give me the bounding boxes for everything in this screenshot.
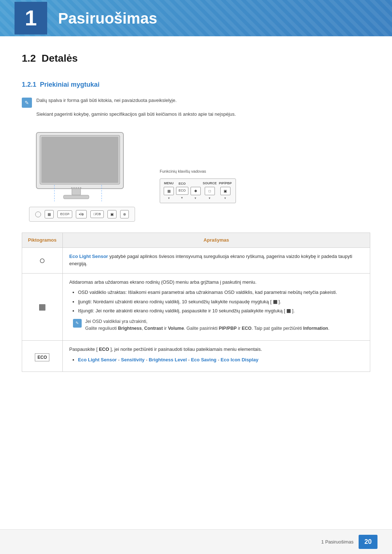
osd-bullet-2: Įjungti: Norėdami užrakinti ekrano rodin… xyxy=(78,298,363,305)
note-text-2: Siekiant pagerinti kokybę, gaminio speci… xyxy=(36,111,236,118)
note-row-1: Dalių spalva ir forma gali būti kitokia,… xyxy=(22,97,370,108)
svg-point-7 xyxy=(75,187,77,189)
fb-power-btn[interactable]: ⊕ xyxy=(120,210,129,218)
fk-menu: MENU ▦ ▾ xyxy=(164,181,174,201)
table-row-eco-sensor: ○ Eco Light Sensor ypatybė pagal aplinko… xyxy=(22,247,370,273)
fk-icon3: ✱ ▾ xyxy=(191,181,201,201)
eco-bullet-list: Eco Light Sensor - Sensitivity - Brightn… xyxy=(78,356,363,364)
table-header-desc: Aprašymas xyxy=(62,233,370,248)
eco-saving-item: Eco Saving xyxy=(191,357,216,362)
chapter-header: 1 Pasiruošimas xyxy=(0,0,392,36)
icon-cell-menu: ▦ xyxy=(22,273,63,341)
section-heading: 1.2 Detalės xyxy=(22,51,370,69)
osd-bullet-3: Išjungti: Jei norite atrakinti ekrano ro… xyxy=(78,307,363,315)
svg-rect-2 xyxy=(41,137,118,183)
eco-light-sensor-desc: ypatybė pagal aplinkos šviesos intensyvu… xyxy=(69,254,352,267)
func-keys-area: Funkcinių klavišų vadovas MENU ▦ ▾ ECO E… xyxy=(160,168,236,204)
page-number: 20 xyxy=(359,535,377,549)
fk-pip-pbp: PIP/PBP ▣ ▾ xyxy=(219,181,232,201)
fk-eco: ECO ECO ▾ xyxy=(176,181,188,201)
inner-note-osd: Jei OSD valdikliai yra užrakinti, Galite… xyxy=(69,318,363,332)
svg-point-6 xyxy=(73,187,75,189)
svg-rect-4 xyxy=(64,195,89,199)
note-icon-1 xyxy=(22,98,32,108)
osd-bullet-1: OSD valdiklio užraktas: Išlaikomi esami … xyxy=(78,289,363,296)
eco-light-sensor-label: Eco Light Sensor xyxy=(69,254,108,259)
func-keys-row: MENU ▦ ▾ ECO ECO ▾ ✱ ▾ SOUR xyxy=(160,178,236,203)
desc-cell-eco-sensor: Eco Light Sensor ypatybė pagal aplinkos … xyxy=(62,247,370,273)
osd-bullet-list: OSD valdiklio užraktas: Išlaikomi esami … xyxy=(78,289,363,315)
eco-intro: Paspauskite [ ECO ], jei norite peržiūrė… xyxy=(69,346,363,353)
svg-point-5 xyxy=(71,187,73,189)
svg-point-9 xyxy=(80,187,81,189)
monitor-illustration xyxy=(29,129,145,204)
icon-cell-circle: ○ xyxy=(22,247,63,273)
func-keys-label: Funkcinių klavišų vadovas xyxy=(160,168,206,175)
chapter-title: Pasiruošimas xyxy=(58,7,157,30)
sensitivity-item: Sensitivity xyxy=(121,357,144,362)
inner-note-icon xyxy=(73,319,82,328)
desc-cell-osd: Atidaromas arba uždaromas ekrano rodinių… xyxy=(62,273,370,341)
table-row-eco-btn: ECO Paspauskite [ ECO ], jei norite perž… xyxy=(22,341,370,372)
inner-note-text: Jei OSD valdikliai yra užrakinti, Galite… xyxy=(85,318,330,332)
fb-pip-btn[interactable]: ▣ xyxy=(107,210,117,218)
fb-adjust-btn[interactable]: •/⊕ xyxy=(76,210,87,218)
monitor-area: Funkcinių klavišų vadovas MENU ▦ ▾ ECO E… xyxy=(22,129,370,204)
chapter-number: 1 xyxy=(15,2,47,34)
features-table: Piktogramos Aprašymas ○ Eco Light Sensor… xyxy=(22,233,370,372)
note-row-2: Siekiant pagerinti kokybę, gaminio speci… xyxy=(36,111,370,118)
eco-items: Eco Light Sensor - Sensitivity - Brightn… xyxy=(78,356,363,364)
osd-intro: Atidaromas arba uždaromas ekrano rodinių… xyxy=(69,279,363,286)
subsection-heading: 1.2.1 Priekiniai mygtukai xyxy=(22,80,370,90)
table-row-osd: ▦ Atidaromas arba uždaromas ekrano rodin… xyxy=(22,273,370,341)
page-footer: 1 Pasiruošimas 20 xyxy=(0,529,392,554)
eco-light-sensor-item: Eco Light Sensor xyxy=(78,357,117,362)
svg-point-8 xyxy=(78,187,79,189)
note-text-1: Dalių spalva ir forma gali būti kitokia,… xyxy=(36,97,177,104)
main-content: 1.2 Detalės 1.2.1 Priekiniai mygtukai Da… xyxy=(0,36,392,394)
fb-eco-btn[interactable]: ECO/• xyxy=(57,210,72,218)
brightness-level-item: Brightness Level xyxy=(149,357,187,362)
desc-cell-eco-btn: Paspauskite [ ECO ], jei norite peržiūrė… xyxy=(62,341,370,372)
front-buttons-strip: ▦ ECO/• •/⊕ □/CB ▣ ⊕ xyxy=(29,207,135,222)
table-header-icon: Piktogramos xyxy=(22,233,63,248)
fb-menu-btn[interactable]: ▦ xyxy=(45,210,54,218)
fb-source-btn[interactable]: □/CB xyxy=(90,210,103,218)
eco-icon-display-item: Eco Icon Display xyxy=(221,357,258,362)
footer-text: 1 Pasiruošimas xyxy=(321,538,354,546)
fk-source: SOURCE □ ▾ xyxy=(203,181,217,201)
svg-rect-3 xyxy=(72,189,81,195)
icon-cell-eco: ECO xyxy=(22,341,63,372)
fb-power-indicator xyxy=(35,212,41,217)
